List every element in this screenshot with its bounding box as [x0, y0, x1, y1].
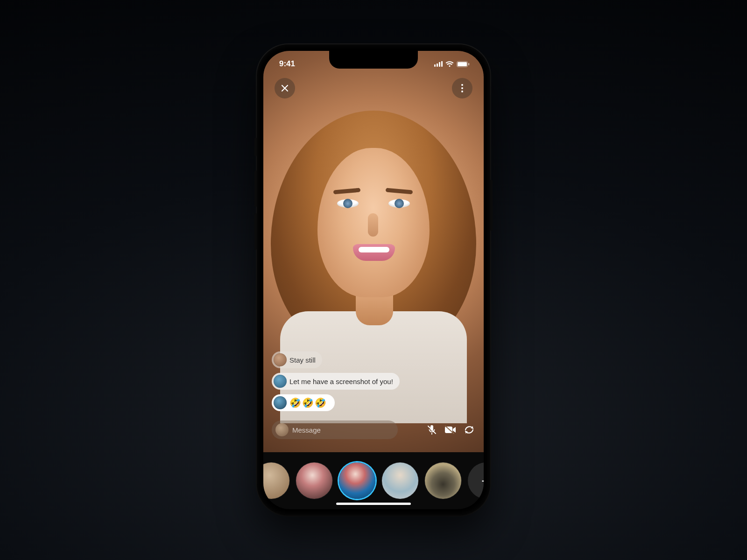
flip-camera-button[interactable]: [463, 424, 475, 436]
side-button: [254, 138, 257, 156]
chat-message: 🤣🤣🤣: [272, 394, 335, 411]
status-time: 9:41: [279, 59, 295, 69]
cellular-signal-icon: [434, 61, 443, 67]
mute-button[interactable]: [426, 424, 438, 436]
status-bar: 9:41: [263, 58, 484, 70]
chat-overlay: Stay still Let me have a screenshot of y…: [272, 351, 475, 411]
wifi-icon: [445, 61, 454, 67]
caller-face: [303, 139, 444, 316]
battery-icon: [457, 61, 470, 67]
add-participant-button[interactable]: +: [468, 462, 484, 499]
participant-avatar[interactable]: [263, 462, 289, 499]
main-video: Stay still Let me have a screenshot of y…: [263, 51, 484, 452]
close-button[interactable]: [275, 78, 295, 98]
more-vertical-icon: [461, 84, 463, 92]
message-placeholder: Message: [292, 426, 321, 434]
chat-text: 🤣🤣🤣: [289, 397, 327, 408]
participant-avatar[interactable]: [382, 462, 418, 499]
microphone-off-icon: [426, 424, 437, 435]
chat-message: Let me have a screenshot of you!: [272, 373, 400, 390]
avatar: [274, 396, 287, 409]
svg-point-4: [461, 87, 463, 89]
participant-avatar[interactable]: [425, 462, 461, 499]
power-button: [490, 180, 493, 231]
home-indicator[interactable]: [336, 503, 411, 505]
svg-rect-1: [458, 62, 467, 66]
chat-text: Let me have a screenshot of you!: [289, 378, 393, 385]
svg-rect-6: [445, 427, 452, 433]
volume-up-button: [254, 170, 257, 207]
chat-message: Stay still: [272, 351, 322, 368]
more-button[interactable]: [452, 78, 472, 98]
svg-rect-2: [468, 63, 469, 65]
volume-down-button: [254, 213, 257, 250]
svg-point-5: [461, 91, 463, 92]
avatar: [274, 353, 287, 366]
svg-point-3: [461, 84, 463, 86]
video-off-icon: [444, 425, 457, 434]
camera-flip-icon: [464, 425, 475, 435]
self-avatar: [275, 423, 289, 436]
participant-avatar[interactable]: [296, 462, 332, 499]
plus-icon: +: [481, 472, 484, 490]
participant-avatar-active[interactable]: [339, 462, 375, 499]
participant-strip[interactable]: +: [263, 452, 484, 509]
phone-frame: 9:41: [257, 44, 490, 516]
close-icon: [281, 84, 289, 92]
message-input[interactable]: Message: [272, 420, 398, 439]
avatar: [274, 375, 287, 388]
screen: 9:41: [263, 51, 484, 509]
chat-text: Stay still: [289, 356, 316, 364]
video-toggle-button[interactable]: [444, 424, 457, 436]
